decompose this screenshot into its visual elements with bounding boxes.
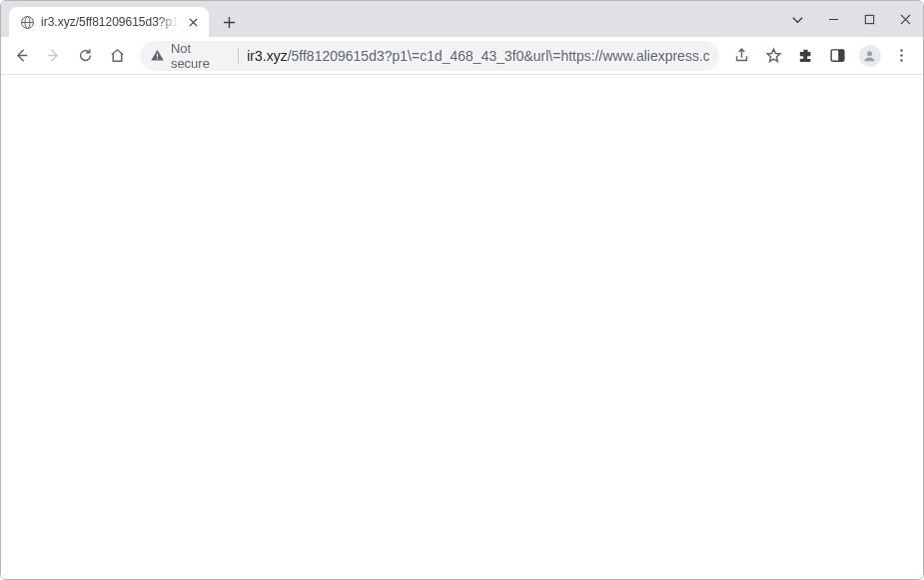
security-label: Not secure <box>171 41 230 71</box>
divider <box>238 48 239 64</box>
toolbar: Not secure ir3.xyz/5ff81209615d3?p1\=c1d… <box>1 37 923 75</box>
minimize-button[interactable] <box>815 5 851 33</box>
svg-point-18 <box>901 49 904 52</box>
close-tab-button[interactable] <box>185 14 201 30</box>
forward-button[interactable] <box>39 41 69 71</box>
maximize-button[interactable] <box>851 5 887 33</box>
svg-rect-13 <box>157 54 158 57</box>
svg-rect-14 <box>157 58 158 59</box>
url-host: ir3.xyz <box>247 48 287 64</box>
titlebar: ir3.xyz/5ff81209615d3?p1\=c1d <box>1 1 923 37</box>
extensions-button[interactable] <box>791 41 821 71</box>
bookmark-button[interactable] <box>759 41 789 71</box>
globe-icon <box>19 14 35 30</box>
tab-search-button[interactable] <box>779 5 815 33</box>
toolbar-right <box>727 41 917 71</box>
svg-point-17 <box>867 51 872 56</box>
side-panel-button[interactable] <box>823 41 853 71</box>
window-controls <box>779 1 923 37</box>
new-tab-button[interactable] <box>215 8 243 36</box>
security-chip[interactable]: Not secure <box>150 41 230 71</box>
svg-point-20 <box>901 59 904 62</box>
home-button[interactable] <box>102 41 132 71</box>
svg-rect-16 <box>839 50 845 61</box>
svg-rect-8 <box>865 15 873 23</box>
back-button[interactable] <box>7 41 37 71</box>
page-content <box>1 75 923 579</box>
address-bar[interactable]: Not secure ir3.xyz/5ff81209615d3?p1\=c1d… <box>140 41 719 71</box>
avatar-icon <box>859 45 881 67</box>
url-path: /5ff81209615d3?p1\=c1d_468_43_3f0&url\=h… <box>288 48 709 64</box>
profile-button[interactable] <box>855 41 885 71</box>
url-text: ir3.xyz/5ff81209615d3?p1\=c1d_468_43_3f0… <box>247 48 709 64</box>
tab-title: ir3.xyz/5ff81209615d3?p1\=c1d <box>41 15 179 29</box>
menu-button[interactable] <box>887 41 917 71</box>
window-close-button[interactable] <box>887 5 923 33</box>
tab-strip: ir3.xyz/5ff81209615d3?p1\=c1d <box>1 1 243 37</box>
share-button[interactable] <box>727 41 757 71</box>
warning-icon <box>150 48 165 63</box>
svg-point-19 <box>901 54 904 57</box>
browser-tab[interactable]: ir3.xyz/5ff81209615d3?p1\=c1d <box>9 7 209 37</box>
reload-button[interactable] <box>70 41 100 71</box>
